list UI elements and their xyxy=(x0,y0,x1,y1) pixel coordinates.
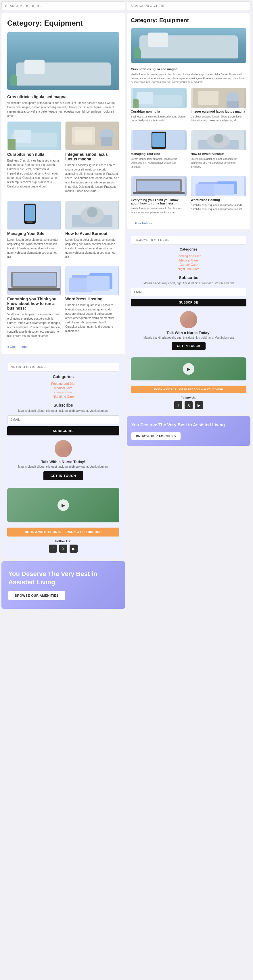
facebook-icon-right[interactable]: f xyxy=(174,401,182,409)
svg-rect-36 xyxy=(152,133,165,147)
articles-grid-2-left: Everything you Think you know about how … xyxy=(7,266,119,342)
search-input-left[interactable] xyxy=(2,2,125,10)
svg-rect-2 xyxy=(14,130,31,143)
svg-rect-31 xyxy=(198,91,218,105)
svg-rect-25 xyxy=(87,276,109,291)
twitter-icon-left[interactable]: 𝕏 xyxy=(59,544,67,553)
video-thumbnail-right: ▶ xyxy=(131,357,247,380)
category-item-2-left[interactable]: Cancer Care xyxy=(7,390,119,394)
article-title-4-left[interactable]: Everything you Think you know about how … xyxy=(7,297,61,310)
article-title-1-right[interactable]: Integer euismod lacus luctus magna xyxy=(191,110,247,113)
article-excerpt-0-left: Business Cras ultricies ligula sed magna… xyxy=(7,158,61,189)
category-item-0-left[interactable]: Feeding and Diet xyxy=(7,382,119,385)
article-img-0-right xyxy=(131,88,187,108)
article-title-2-right[interactable]: Managing Your Site xyxy=(131,152,187,156)
twitter-icon-right[interactable]: 𝕏 xyxy=(185,401,193,409)
youtube-icon-right[interactable]: ▶ xyxy=(195,401,203,409)
category-title-right: Category: Equipment xyxy=(131,17,247,24)
categories-title-left: Categories xyxy=(7,374,119,379)
category-item-1-right[interactable]: Medical Care xyxy=(131,259,247,262)
cta-title-right: You Deserve The Very Best in Assisted Li… xyxy=(131,422,246,428)
svg-rect-6 xyxy=(75,130,92,142)
article-excerpt-4-left: Vestibulum ante ipsum primis in faucibus… xyxy=(7,312,61,338)
cta-title-left: You Deserve The Very Best in Assisted Li… xyxy=(8,570,118,586)
article-title-0-right[interactable]: Curabitur non nulla xyxy=(131,110,187,113)
sidebar-search-left[interactable] xyxy=(7,363,119,372)
get-in-touch-button-right[interactable]: GET IN TOUCH xyxy=(172,342,205,350)
article-title-5-right[interactable]: WordPress Hosting xyxy=(191,198,247,202)
article-card-0-left: Curabitur non nulla Business Cras ultric… xyxy=(7,121,61,197)
article-card-4-left: Everything you Think you know about how … xyxy=(7,266,61,342)
category-item-0-right[interactable]: Feeding and Diet xyxy=(131,254,247,258)
subscribe-title-left: Subscribe xyxy=(7,403,119,407)
svg-rect-49 xyxy=(214,184,234,195)
article-img-5-left xyxy=(65,266,119,295)
svg-rect-47 xyxy=(196,184,216,196)
article-card-2-left: Managing Your Site Lorem ipsum dolor sit… xyxy=(7,201,61,262)
categories-list-right: Feeding and Diet Medical Care Cancer Car… xyxy=(131,254,247,271)
svg-point-40 xyxy=(214,134,223,143)
article-card-5-right: WordPress Hosting Curabitur aliquet quam… xyxy=(191,176,247,218)
hero-article-title-left[interactable]: Cras ultricies ligula sed magna xyxy=(7,94,119,99)
nurse-section-right: Talk With a Nurse Today! Mauris blandit … xyxy=(131,311,247,355)
article-title-3-right[interactable]: How to Avoid Burnout xyxy=(191,152,247,156)
follow-us-right: Follow Us: xyxy=(131,396,247,399)
hero-article-title-right[interactable]: Cras ultricies ligula sed magna xyxy=(131,67,247,71)
play-button-right[interactable]: ▶ xyxy=(183,363,194,375)
nurse-section-left: Talk With a Nurse Today! Mauris blandit … xyxy=(7,440,119,485)
articles-grid-right: Curabitur non nulla Business Cras ultric… xyxy=(131,88,247,218)
article-card-3-right: How to Avoid Burnout Lorem ipsum dolor s… xyxy=(191,130,247,172)
video-section-left: ▶ xyxy=(7,488,119,525)
subscribe-button-right[interactable]: SUBSCRIBE xyxy=(131,299,247,306)
article-card-4-right: Everything you Think you know about how … xyxy=(131,176,187,218)
categories-title-right: Categories xyxy=(131,247,247,251)
article-excerpt-1-right: Curabitur sodales ligula in libero Lorem… xyxy=(191,115,247,123)
nurse-title-right: Talk With a Nurse Today! xyxy=(166,331,210,335)
article-excerpt-5-left: Curabitur aliquet quam id dui posuere bl… xyxy=(65,303,119,333)
article-excerpt-0-right: Business Cras ultricies ligula sed magna… xyxy=(131,115,187,123)
cta-banner-left: You Deserve The Very Best in Assisted Li… xyxy=(2,561,125,609)
article-title-2-left[interactable]: Managing Your Site xyxy=(7,231,61,236)
search-input-right[interactable] xyxy=(127,2,250,10)
category-item-2-right[interactable]: Cancer Care xyxy=(131,263,247,266)
get-in-touch-button-left[interactable]: GET IN TOUCH xyxy=(43,471,83,480)
walkthrough-button-right[interactable]: BOOK A VIRTUAL OR IN PERSON WALKTHROUGH xyxy=(131,386,247,393)
articles-grid-left: Curabitur non nulla Business Cras ultric… xyxy=(7,121,119,262)
walkthrough-button-left[interactable]: BOOK A VIRTUAL OR IN PERSON WALKTHROUGH xyxy=(7,528,119,536)
play-button-left[interactable]: ▶ xyxy=(57,500,69,511)
svg-rect-8 xyxy=(101,137,112,146)
older-entries-left[interactable]: « Older Entries xyxy=(7,345,119,348)
svg-rect-11 xyxy=(25,205,35,221)
left-column: Category: Equipment Cras ultricies ligul… xyxy=(2,2,125,612)
subscribe-desc-right: Mauris blandit aliquet elit, eget tincid… xyxy=(131,282,247,285)
browse-amenities-button-right[interactable]: BROWSE OUR AMENITIES xyxy=(131,432,180,440)
article-img-4-right xyxy=(131,176,187,196)
follow-us-left: Follow Us: xyxy=(7,539,119,543)
email-input-left[interactable] xyxy=(7,415,119,424)
category-item-3-right[interactable]: NightTime Care xyxy=(131,267,247,271)
article-title-3-left[interactable]: How to Avoid Burnout xyxy=(65,231,119,236)
subscribe-button-left[interactable]: SUBSCRIBE xyxy=(7,426,119,436)
category-item-1-left[interactable]: Medical Care xyxy=(7,386,119,390)
article-title-0-left[interactable]: Curabitur non nulla xyxy=(7,152,61,157)
article-title-1-left[interactable]: Integer euismod lacus luctus magna xyxy=(65,152,119,161)
email-input-right[interactable] xyxy=(131,288,247,296)
article-card-0-right: Curabitur non nulla Business Cras ultric… xyxy=(131,88,187,126)
article-img-2-left xyxy=(7,201,61,229)
nurse-avatar-right xyxy=(180,311,197,328)
category-item-3-left[interactable]: Nighttime Care xyxy=(7,395,119,398)
sidebar-search-right[interactable] xyxy=(131,236,247,245)
article-img-1-left xyxy=(65,121,119,150)
hero-article-excerpt-left: Vestibulum ante ipsum primis in faucibus… xyxy=(7,101,119,118)
hero-article-excerpt-right: Vestibulum ante ipsum primis in faucibus… xyxy=(131,73,247,84)
browse-amenities-button-left[interactable]: BROWSE OUR AMENITIES xyxy=(8,591,65,600)
svg-point-16 xyxy=(87,207,98,218)
article-title-5-left[interactable]: WordPress Hosting xyxy=(65,297,119,301)
article-title-4-right[interactable]: Everything you Think you know about how … xyxy=(131,198,187,205)
facebook-icon-left[interactable]: f xyxy=(49,544,57,553)
older-entries-right[interactable]: « Older Entries xyxy=(131,221,247,225)
svg-rect-33 xyxy=(226,101,239,108)
article-img-2-right xyxy=(131,130,187,150)
youtube-icon-left[interactable]: ▶ xyxy=(70,544,77,553)
blog-listing-left: Category: Equipment Cras ultricies ligul… xyxy=(2,13,125,354)
